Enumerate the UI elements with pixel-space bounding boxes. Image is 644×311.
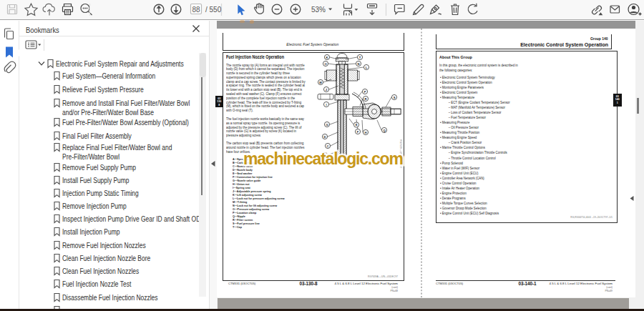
svg-text:S: S <box>394 96 396 99</box>
svg-text:H: H <box>365 131 367 134</box>
svg-text:G: G <box>326 123 328 127</box>
svg-text:M: M <box>319 81 322 84</box>
svg-text:R: R <box>365 97 367 101</box>
svg-text:P: P <box>364 90 366 94</box>
svg-text:D: D <box>324 135 326 139</box>
svg-text:J: J <box>326 88 327 92</box>
svg-text:C: C <box>327 144 329 148</box>
svg-text:K: K <box>326 56 328 59</box>
svg-text:E: E <box>356 123 358 127</box>
svg-text:N: N <box>358 62 360 66</box>
svg-text:I: I <box>326 103 326 107</box>
